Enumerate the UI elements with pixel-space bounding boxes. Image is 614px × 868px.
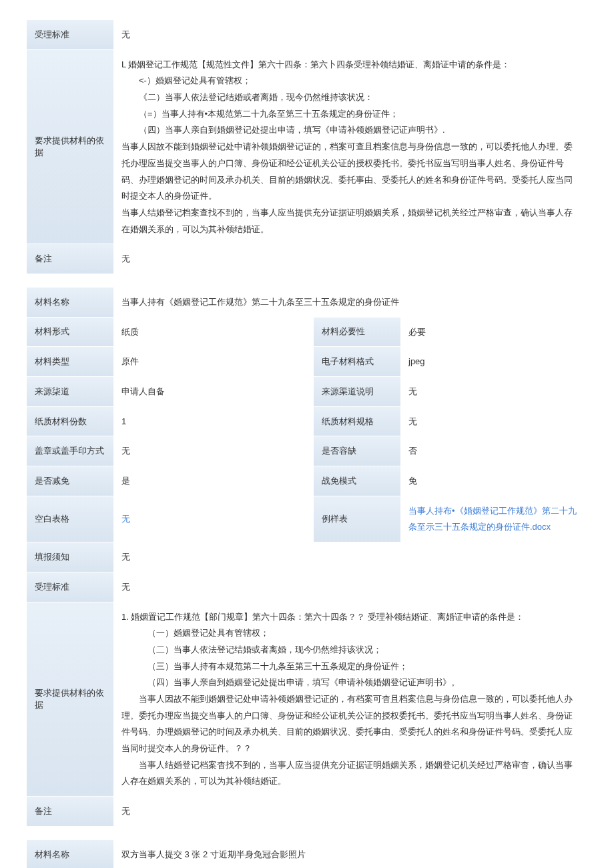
row-remark-2: 备注 无 <box>27 797 587 827</box>
value-reducible: 是 <box>113 466 314 496</box>
label-paper-copies: 纸质材料份数 <box>27 407 113 437</box>
value-source-channel: 申请人自备 <box>113 377 314 407</box>
label-acceptance-standard: 受理标准 <box>27 20 113 50</box>
value-source-desc: 无 <box>400 377 587 407</box>
value-remark: 无 <box>113 244 587 274</box>
spacer <box>27 274 587 288</box>
row-material-name: 材料名称 当事人持有《婚姻登记工作规范》第二十九条至三十五条规定的身份证件 <box>27 288 587 318</box>
spacer <box>27 827 587 840</box>
label-material-form: 材料形式 <box>27 318 113 348</box>
value-fill-notice: 无 <box>113 542 587 572</box>
section-1: 受理标准 无 要求提供材料的依据 L 婚姻登记工作规范【规范性文件】第六十四条：… <box>27 20 587 274</box>
row-acceptance-standard: 受理标准 无 <box>27 20 587 50</box>
label-material-necessity: 材料必要性 <box>314 318 400 348</box>
row-material-form: 材料形式 纸质 材料必要性 必要 <box>27 318 587 348</box>
row-fill-notice: 填报须知 无 <box>27 542 587 572</box>
label-waive-mode: 战免模式 <box>314 466 400 496</box>
value-acceptance-standard: 无 <box>113 20 587 50</box>
label-blank-form: 空白表格 <box>27 496 113 542</box>
row-requirement-basis: 要求提供材料的依据 L 婚姻登记工作规范【规范性文件】第六十四条：第六卜四条受理… <box>27 50 587 245</box>
label-remark-2: 备注 <box>27 797 113 827</box>
label-remark: 备注 <box>27 244 113 274</box>
label-requirement-basis-2: 要求提供材料的依据 <box>27 602 113 797</box>
label-requirement-basis: 要求提供材料的依据 <box>27 50 113 245</box>
label-sample: 例样表 <box>314 496 400 542</box>
row-material-name-3: 材料名称 双方当事人提交 3 张 2 寸近期半身免冠合影照片 <box>27 840 587 868</box>
row-reducible: 是否减免 是 战免模式 免 <box>27 466 587 496</box>
label-source-channel: 来源柒道 <box>27 377 113 407</box>
value-requirement-basis: L 婚姻登记工作规范【规范性文件】第六十四条：第六卜四条受理补领结婚证、离婚证中… <box>113 50 587 245</box>
value-acceptance-standard-2: 无 <box>113 572 587 602</box>
value-waive-mode: 免 <box>400 466 587 496</box>
value-requirement-basis-2: 1. 婚姻置记工作规范【部门规章】第六十四条：第六十四条？？ 受理补领结婚证、离… <box>113 602 587 797</box>
row-requirement-basis-2: 要求提供材料的依据 1. 婚姻置记工作规范【部门规章】第六十四条：第六十四条？？… <box>27 602 587 797</box>
value-sample-link[interactable]: 当事人持布•《婚姻登记工作规范》第二十九条至示三十五条规定的身份证件.docx <box>400 496 587 542</box>
value-material-type: 原件 <box>113 347 314 377</box>
row-seal-method: 盖章或盖手印方式 无 是否容缺 否 <box>27 436 587 466</box>
value-blank-form[interactable]: 无 <box>113 496 314 542</box>
row-paper-copies: 纸质材料份数 1 纸质材料规格 无 <box>27 407 587 437</box>
label-paper-spec: 纸质材料规格 <box>314 407 400 437</box>
label-reducible: 是否减免 <box>27 466 113 496</box>
label-allow-missing: 是否容缺 <box>314 436 400 466</box>
section-2: 材料名称 当事人持有《婚姻登记工作规范》第二十九条至三十五条规定的身份证件 材料… <box>27 288 587 827</box>
label-material-name-3: 材料名称 <box>27 840 113 868</box>
value-electronic-format: jpeg <box>400 347 587 377</box>
value-allow-missing: 否 <box>400 436 587 466</box>
label-electronic-format: 电子材料格式 <box>314 347 400 377</box>
value-material-name-3: 双方当事人提交 3 张 2 寸近期半身免冠合影照片 <box>113 840 587 868</box>
value-material-form: 纸质 <box>113 318 314 348</box>
row-acceptance-standard-2: 受理标准 无 <box>27 572 587 602</box>
row-remark: 备注 无 <box>27 244 587 274</box>
value-material-name: 当事人持有《婚姻登记工作规范》第二十九条至三十五条规定的身份证件 <box>113 288 587 318</box>
row-blank-form: 空白表格 无 例样表 当事人持布•《婚姻登记工作规范》第二十九条至示三十五条规定… <box>27 496 587 542</box>
value-seal-method: 无 <box>113 436 314 466</box>
label-material-name: 材料名称 <box>27 288 113 318</box>
row-source-channel: 来源柒道 申请人自备 来源渠道说明 无 <box>27 377 587 407</box>
value-material-necessity: 必要 <box>400 318 587 348</box>
value-paper-spec: 无 <box>400 407 587 437</box>
section-3: 材料名称 双方当事人提交 3 张 2 寸近期半身免冠合影照片 材料形式 纸质 材… <box>27 840 587 868</box>
label-source-desc: 来源渠道说明 <box>314 377 400 407</box>
label-material-type: 材料类型 <box>27 347 113 377</box>
value-remark-2: 无 <box>113 797 587 827</box>
label-acceptance-standard-2: 受理标准 <box>27 572 113 602</box>
label-fill-notice: 填报须知 <box>27 542 113 572</box>
row-material-type: 材料类型 原件 电子材料格式 jpeg <box>27 347 587 377</box>
value-paper-copies: 1 <box>113 407 314 437</box>
label-seal-method: 盖章或盖手印方式 <box>27 436 113 466</box>
